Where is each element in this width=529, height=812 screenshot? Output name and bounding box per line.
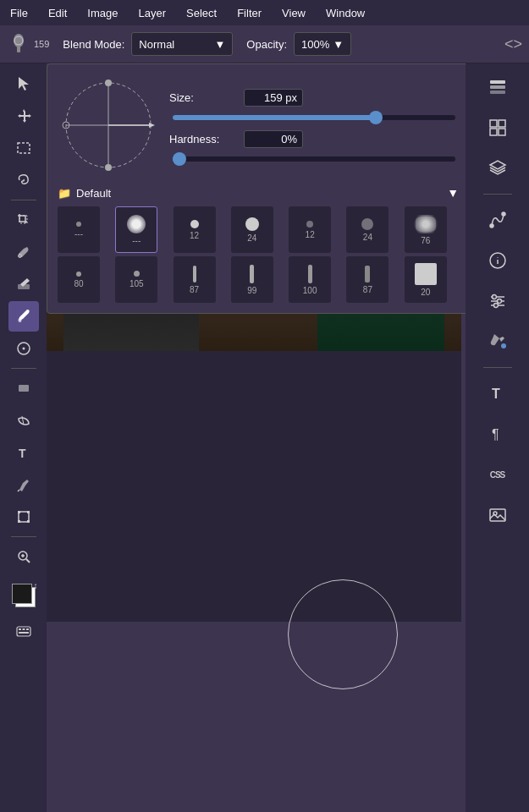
layers-panel-btn[interactable] bbox=[479, 69, 516, 106]
canvas-lower bbox=[47, 351, 461, 622]
swap-colors-icon[interactable]: ↕ bbox=[34, 581, 38, 590]
paths-panel-btn[interactable] bbox=[479, 201, 516, 239]
blend-mode-dropdown[interactable]: Normal ▼ bbox=[131, 32, 233, 56]
svg-point-32 bbox=[105, 164, 112, 171]
svg-point-31 bbox=[105, 80, 112, 86]
hardness-slider-row: Hardness: 0% bbox=[169, 130, 459, 148]
brush-tool-indicator: 159 bbox=[7, 32, 49, 56]
svg-marker-30 bbox=[149, 123, 155, 128]
svg-point-41 bbox=[490, 224, 493, 228]
brush-preset-13[interactable]: 20 bbox=[405, 256, 447, 303]
brush-preset-4[interactable]: 12 bbox=[289, 206, 331, 253]
menu-window[interactable]: Window bbox=[322, 5, 368, 21]
opacity-label: Opacity: bbox=[246, 38, 287, 51]
paint-bucket-panel-btn[interactable] bbox=[479, 323, 516, 360]
eyedropper-tool[interactable] bbox=[8, 237, 39, 267]
image-panel-btn[interactable] bbox=[479, 497, 516, 534]
svg-point-49 bbox=[492, 295, 496, 299]
clone-tool[interactable] bbox=[8, 333, 39, 364]
brush-presets-title: 📁 Default bbox=[58, 187, 111, 200]
menu-filter[interactable]: Filter bbox=[234, 5, 265, 21]
hardness-slider-track[interactable] bbox=[173, 156, 455, 162]
right-separator-1 bbox=[483, 194, 512, 195]
svg-rect-13 bbox=[18, 511, 20, 513]
canvas-area[interactable]: Size: 159 px Hardness: 0% bbox=[47, 63, 466, 812]
css-panel-btn[interactable]: CSS bbox=[479, 456, 516, 493]
presets-title-text: Default bbox=[76, 187, 111, 200]
text-large-panel-btn[interactable]: T bbox=[479, 375, 516, 412]
left-sidebar: T ↕ bbox=[0, 63, 47, 812]
right-separator-2 bbox=[483, 367, 512, 368]
svg-text:T: T bbox=[492, 387, 500, 401]
blend-mode-label: Blend Mode: bbox=[63, 38, 124, 51]
svg-point-9 bbox=[22, 348, 25, 350]
menu-edit[interactable]: Edit bbox=[45, 5, 70, 21]
brush-preset-6[interactable]: 76 bbox=[405, 206, 447, 253]
pen-tool[interactable] bbox=[8, 469, 39, 500]
menu-view[interactable]: View bbox=[278, 5, 309, 21]
brush-preset-2[interactable]: 12 bbox=[174, 206, 216, 253]
rect-shape-tool[interactable] bbox=[8, 373, 39, 403]
svg-rect-35 bbox=[490, 85, 505, 89]
brush-preset-10[interactable]: 99 bbox=[231, 256, 273, 303]
move-tool[interactable] bbox=[8, 101, 39, 131]
svg-rect-21 bbox=[17, 627, 30, 636]
grid-panel-btn[interactable] bbox=[479, 109, 516, 146]
transform-tool[interactable] bbox=[8, 502, 39, 532]
brush-preset-9[interactable]: 87 bbox=[174, 256, 216, 303]
svg-point-52 bbox=[501, 343, 506, 348]
text-tool[interactable]: T bbox=[8, 437, 39, 468]
brush-preset-12[interactable]: 87 bbox=[346, 256, 388, 303]
expand-icon[interactable]: <> bbox=[504, 36, 522, 53]
brush-presets-header: 📁 Default ▼ bbox=[58, 186, 459, 200]
menu-image[interactable]: Image bbox=[84, 5, 121, 21]
brush-preview-area: Size: 159 px Hardness: 0% bbox=[58, 74, 459, 176]
brush-preset-5[interactable]: 24 bbox=[346, 206, 388, 253]
pointer-tool[interactable] bbox=[8, 69, 39, 99]
brush-preset-0[interactable]: --- bbox=[58, 206, 100, 253]
top-toolbar: 159 Blend Mode: Normal ▼ Opacity: 100% ▼… bbox=[0, 25, 529, 63]
folder-icon: 📁 bbox=[58, 187, 71, 200]
paragraph-panel-btn[interactable]: ¶ bbox=[479, 415, 516, 453]
svg-rect-23 bbox=[22, 628, 25, 630]
css-label: CSS bbox=[490, 470, 505, 480]
size-slider-track[interactable] bbox=[173, 115, 455, 120]
color-swatches[interactable]: ↕ bbox=[8, 580, 39, 611]
info-panel-btn[interactable] bbox=[479, 242, 516, 279]
brush-tool[interactable] bbox=[8, 301, 39, 332]
brush-preset-8[interactable]: 105 bbox=[115, 256, 157, 303]
zoom-tool[interactable] bbox=[8, 541, 39, 572]
stack-panel-btn[interactable] bbox=[479, 150, 516, 187]
svg-point-51 bbox=[493, 304, 498, 308]
size-value[interactable]: 159 px bbox=[244, 89, 303, 107]
brush-preset-3[interactable]: 24 bbox=[231, 206, 273, 253]
presets-dropdown-icon[interactable]: ▼ bbox=[447, 186, 459, 200]
brush-size-indicator: 159 bbox=[34, 39, 49, 49]
sliders-panel-btn[interactable] bbox=[479, 283, 516, 320]
brush-preset-11[interactable]: 100 bbox=[289, 256, 331, 303]
crop-tool[interactable] bbox=[8, 205, 39, 235]
svg-rect-10 bbox=[19, 385, 29, 392]
brush-preset-1[interactable]: --- bbox=[115, 206, 157, 253]
main-area: T ↕ bbox=[0, 63, 529, 812]
brush-sliders: Size: 159 px Hardness: 0% bbox=[169, 89, 459, 162]
foreground-color-swatch[interactable] bbox=[12, 584, 32, 604]
brush-preset-7[interactable]: 80 bbox=[58, 256, 100, 303]
smudge-tool[interactable] bbox=[8, 405, 39, 436]
hardness-value[interactable]: 0% bbox=[244, 130, 303, 148]
opacity-value[interactable]: 100% ▼ bbox=[294, 32, 351, 56]
select-rect-tool[interactable] bbox=[8, 133, 39, 163]
svg-rect-14 bbox=[27, 511, 30, 513]
menu-bar: File Edit Image Layer Select Filter View… bbox=[0, 0, 529, 25]
menu-select[interactable]: Select bbox=[183, 5, 220, 21]
keyboard-shortcuts-btn[interactable] bbox=[8, 616, 39, 646]
eraser-tool[interactable] bbox=[8, 269, 39, 299]
lasso-tool[interactable] bbox=[8, 165, 39, 195]
svg-rect-34 bbox=[490, 80, 505, 84]
menu-file[interactable]: File bbox=[7, 5, 31, 21]
svg-rect-55 bbox=[490, 509, 505, 521]
svg-rect-37 bbox=[490, 120, 497, 127]
svg-rect-24 bbox=[26, 628, 29, 630]
svg-rect-38 bbox=[499, 120, 505, 127]
menu-layer[interactable]: Layer bbox=[135, 5, 170, 21]
